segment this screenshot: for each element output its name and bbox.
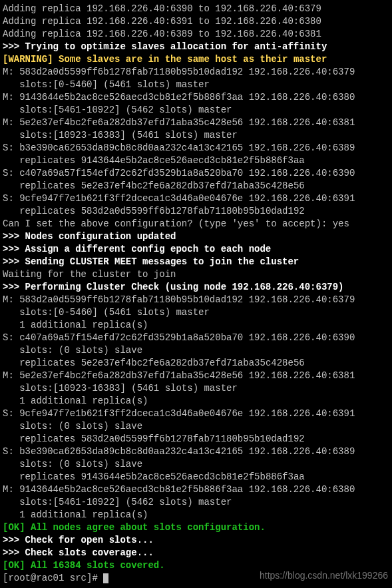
node-line: 1 additional replica(s) <box>3 395 389 408</box>
node-line: M: 583d2a0d5599ff6b1278fab71180b95b10dad… <box>3 294 389 306</box>
node-line: M: 9143644e5b2ac8ce526aecd3cb81e2f5b886f… <box>3 91 389 104</box>
node-line: M: 5e2e37ef4bc2fe6a282db37efd71aba35c428… <box>3 117 389 129</box>
status-epoch: >>> Assign a different config epoch to e… <box>3 243 389 256</box>
node-line: 1 additional replica(s) <box>3 319 389 332</box>
node-line: M: 583d2a0d5599ff6b1278fab71180b95b10dad… <box>3 66 389 79</box>
cluster-check-header: >>> Performing Cluster Check (using node… <box>3 281 389 294</box>
node-line: slots:[10923-16383] (5461 slots) master <box>3 129 389 142</box>
terminal-output: Adding replica 192.168.226.40:6390 to 19… <box>3 3 389 585</box>
node-line: slots: (0 slots) slave <box>3 458 389 471</box>
node-line: S: 9cfe947f7e1b621f3ff2dceca1c3d46a0e046… <box>3 192 389 205</box>
node-line: slots:[10923-16383] (5461 slots) master <box>3 382 389 395</box>
node-line: S: c407a69a57f154efd72c62fd3529b1a8a520b… <box>3 332 389 344</box>
node-line: replicates 9143644e5b2ac8ce526aecd3cb81e… <box>3 154 389 167</box>
check-coverage: >>> Check slots coverage... <box>3 547 389 559</box>
node-line: M: 9143644e5b2ac8ce526aecd3cb81e2f5b886f… <box>3 483 389 496</box>
check-open-slots: >>> Check for open slots... <box>3 534 389 547</box>
waiting-line: Waiting for the cluster to join <box>3 268 389 281</box>
status-meet: >>> Sending CLUSTER MEET messages to joi… <box>3 256 389 268</box>
cursor-icon <box>103 573 108 583</box>
log-line: Adding replica 192.168.226.40:6389 to 19… <box>3 28 389 41</box>
node-line: S: b3e390ca62653da89cb8c8d0aa232c4a13c42… <box>3 445 389 458</box>
watermark-text: https://blog.csdn.net/lxk199266 <box>260 569 388 582</box>
node-line: slots:[0-5460] (5461 slots) master <box>3 306 389 319</box>
node-line: replicates 9143644e5b2ac8ce526aecd3cb81e… <box>3 471 389 483</box>
status-updated: >>> Nodes configuration updated <box>3 230 389 243</box>
log-line: Adding replica 192.168.226.40:6391 to 19… <box>3 15 389 28</box>
node-line: replicates 5e2e37ef4bc2fe6a282db37efd71a… <box>3 357 389 370</box>
warning-prefix: [WARNING] <box>3 54 53 65</box>
node-line: replicates 583d2a0d5599ff6b1278fab71180b… <box>3 205 389 218</box>
node-line: slots:[5461-10922] (5462 slots) master <box>3 104 389 117</box>
node-line: slots: (0 slots) slave <box>3 420 389 433</box>
node-line: S: b3e390ca62653da89cb8c8d0aa232c4a13c42… <box>3 142 389 154</box>
node-line: M: 5e2e37ef4bc2fe6a282db37efd71aba35c428… <box>3 370 389 382</box>
prompt-text: [root@rac01 src]# <box>3 573 103 583</box>
warning-line: [WARNING] Some slaves are in the same ho… <box>3 53 389 66</box>
status-optimize: >>> Trying to optimize slaves allocation… <box>3 41 389 53</box>
node-line: slots: (0 slots) slave <box>3 344 389 357</box>
warning-text: Some slaves are in the same host as thei… <box>53 54 327 65</box>
confirm-prompt: Can I set the above configuration? (type… <box>3 218 389 230</box>
node-line: slots:[5461-10922] (5462 slots) master <box>3 496 389 509</box>
node-line: replicates 5e2e37ef4bc2fe6a282db37efd71a… <box>3 180 389 192</box>
ok-slots-agree: [OK] All nodes agree about slots configu… <box>3 521 389 534</box>
node-line: replicates 583d2a0d5599ff6b1278fab71180b… <box>3 433 389 445</box>
node-line: S: 9cfe947f7e1b621f3ff2dceca1c3d46a0e046… <box>3 408 389 420</box>
node-line: 1 additional replica(s) <box>3 509 389 521</box>
node-line: S: c407a69a57f154efd72c62fd3529b1a8a520b… <box>3 167 389 180</box>
log-line: Adding replica 192.168.226.40:6390 to 19… <box>3 3 389 15</box>
node-line: slots:[0-5460] (5461 slots) master <box>3 79 389 91</box>
